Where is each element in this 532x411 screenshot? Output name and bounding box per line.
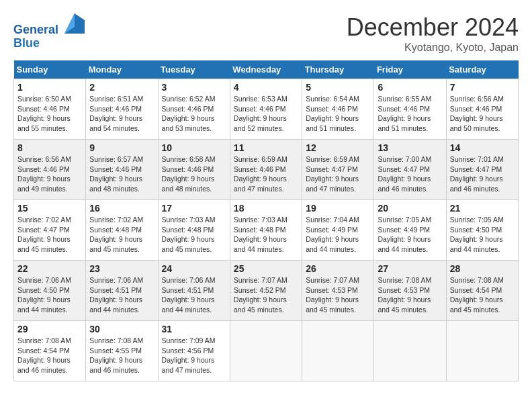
day-number: 2 [89,82,154,93]
day-info: Sunrise: 6:51 AM Sunset: 4:46 PM Dayligh… [89,94,154,134]
day-number: 24 [162,263,226,274]
day-info: Sunrise: 6:59 AM Sunset: 4:47 PM Dayligh… [306,154,370,194]
day-number: 13 [378,142,442,153]
day-number: 5 [306,82,370,93]
day-number: 4 [234,82,298,93]
day-number: 10 [162,142,226,153]
calendar-cell: 14Sunrise: 7:01 AM Sunset: 4:47 PM Dayli… [446,140,518,200]
logo-blue: Blue [13,36,40,50]
day-info: Sunrise: 6:56 AM Sunset: 4:46 PM Dayligh… [17,154,82,194]
day-info: Sunrise: 6:54 AM Sunset: 4:46 PM Dayligh… [306,94,370,134]
day-number: 27 [378,263,442,274]
day-info: Sunrise: 6:50 AM Sunset: 4:46 PM Dayligh… [17,94,82,134]
day-number: 19 [306,203,370,214]
calendar-cell: 2Sunrise: 6:51 AM Sunset: 4:46 PM Daylig… [86,79,158,140]
logo: General Blue [13,13,85,50]
calendar-body: 1Sunrise: 6:50 AM Sunset: 4:46 PM Daylig… [14,79,519,381]
day-info: Sunrise: 6:59 AM Sunset: 4:46 PM Dayligh… [234,154,298,194]
day-info: Sunrise: 7:01 AM Sunset: 4:47 PM Dayligh… [450,154,515,194]
calendar-cell: 29Sunrise: 7:08 AM Sunset: 4:54 PM Dayli… [14,321,86,381]
calendar-cell: 20Sunrise: 7:05 AM Sunset: 4:49 PM Dayli… [374,200,446,261]
day-info: Sunrise: 7:08 AM Sunset: 4:54 PM Dayligh… [450,275,515,315]
calendar-cell: 3Sunrise: 6:52 AM Sunset: 4:46 PM Daylig… [158,79,230,140]
day-number: 23 [89,263,154,274]
calendar-cell: 12Sunrise: 6:59 AM Sunset: 4:47 PM Dayli… [302,140,374,200]
weekday-header-sunday: Sunday [14,60,86,79]
day-info: Sunrise: 6:56 AM Sunset: 4:46 PM Dayligh… [450,94,515,134]
day-info: Sunrise: 7:08 AM Sunset: 4:55 PM Dayligh… [89,336,154,375]
day-info: Sunrise: 7:07 AM Sunset: 4:52 PM Dayligh… [234,275,298,315]
calendar-cell: 16Sunrise: 7:02 AM Sunset: 4:48 PM Dayli… [86,200,158,261]
day-info: Sunrise: 7:02 AM Sunset: 4:48 PM Dayligh… [89,215,154,255]
weekday-header-row: SundayMondayTuesdayWednesdayThursdayFrid… [14,60,519,79]
calendar-header: SundayMondayTuesdayWednesdayThursdayFrid… [14,60,519,79]
calendar-cell: 19Sunrise: 7:04 AM Sunset: 4:49 PM Dayli… [302,200,374,261]
calendar-cell [446,321,518,381]
day-number: 26 [306,263,370,274]
day-info: Sunrise: 7:00 AM Sunset: 4:47 PM Dayligh… [378,154,442,194]
day-info: Sunrise: 7:05 AM Sunset: 4:49 PM Dayligh… [378,215,442,255]
day-info: Sunrise: 7:04 AM Sunset: 4:49 PM Dayligh… [306,215,370,255]
day-number: 20 [378,203,442,214]
calendar-cell: 13Sunrise: 7:00 AM Sunset: 4:47 PM Dayli… [374,140,446,200]
calendar-cell: 24Sunrise: 7:06 AM Sunset: 4:51 PM Dayli… [158,261,230,321]
day-number: 7 [450,82,515,93]
day-number: 3 [162,82,226,93]
logo-icon [64,13,85,34]
calendar-cell: 23Sunrise: 7:06 AM Sunset: 4:51 PM Dayli… [86,261,158,321]
weekday-header-friday: Friday [374,60,446,79]
day-info: Sunrise: 7:02 AM Sunset: 4:47 PM Dayligh… [17,215,82,255]
day-info: Sunrise: 6:52 AM Sunset: 4:46 PM Dayligh… [162,94,226,134]
day-info: Sunrise: 7:06 AM Sunset: 4:50 PM Dayligh… [17,275,82,315]
day-info: Sunrise: 7:03 AM Sunset: 4:48 PM Dayligh… [162,215,226,255]
calendar-cell: 18Sunrise: 7:03 AM Sunset: 4:48 PM Dayli… [230,200,302,261]
day-number: 6 [378,82,442,93]
calendar-cell: 22Sunrise: 7:06 AM Sunset: 4:50 PM Dayli… [14,261,86,321]
weekday-header-thursday: Thursday [302,60,374,79]
calendar-cell: 8Sunrise: 6:56 AM Sunset: 4:46 PM Daylig… [14,140,86,200]
day-info: Sunrise: 6:53 AM Sunset: 4:46 PM Dayligh… [234,94,298,134]
calendar-cell: 26Sunrise: 7:07 AM Sunset: 4:53 PM Dayli… [302,261,374,321]
calendar-cell [302,321,374,381]
day-number: 11 [234,142,298,153]
day-info: Sunrise: 7:05 AM Sunset: 4:50 PM Dayligh… [450,215,515,255]
calendar-cell: 9Sunrise: 6:57 AM Sunset: 4:46 PM Daylig… [86,140,158,200]
calendar-cell: 27Sunrise: 7:08 AM Sunset: 4:53 PM Dayli… [374,261,446,321]
day-info: Sunrise: 7:06 AM Sunset: 4:51 PM Dayligh… [162,275,226,315]
day-number: 29 [17,324,82,334]
calendar-week-5: 29Sunrise: 7:08 AM Sunset: 4:54 PM Dayli… [14,321,519,381]
day-number: 17 [162,203,226,214]
day-number: 15 [17,203,82,214]
weekday-header-saturday: Saturday [446,60,518,79]
calendar-cell: 1Sunrise: 6:50 AM Sunset: 4:46 PM Daylig… [14,79,86,140]
month-title: December 2024 [347,13,519,42]
weekday-header-tuesday: Tuesday [158,60,230,79]
day-number: 30 [89,324,154,334]
day-info: Sunrise: 6:57 AM Sunset: 4:46 PM Dayligh… [89,154,154,194]
day-number: 21 [450,203,515,214]
calendar-table: SundayMondayTuesdayWednesdayThursdayFrid… [13,60,519,381]
location: Kyotango, Kyoto, Japan [347,42,519,54]
day-info: Sunrise: 7:09 AM Sunset: 4:56 PM Dayligh… [162,336,226,375]
calendar-cell: 11Sunrise: 6:59 AM Sunset: 4:46 PM Dayli… [230,140,302,200]
calendar-cell: 5Sunrise: 6:54 AM Sunset: 4:46 PM Daylig… [302,79,374,140]
calendar-week-2: 8Sunrise: 6:56 AM Sunset: 4:46 PM Daylig… [14,140,519,200]
calendar-cell: 31Sunrise: 7:09 AM Sunset: 4:56 PM Dayli… [158,321,230,381]
day-number: 18 [234,203,298,214]
calendar-cell: 21Sunrise: 7:05 AM Sunset: 4:50 PM Dayli… [446,200,518,261]
logo-general: General [13,23,58,36]
calendar-cell: 7Sunrise: 6:56 AM Sunset: 4:46 PM Daylig… [446,79,518,140]
weekday-header-wednesday: Wednesday [230,60,302,79]
day-info: Sunrise: 7:07 AM Sunset: 4:53 PM Dayligh… [306,275,370,315]
day-number: 25 [234,263,298,274]
day-number: 1 [17,82,82,93]
calendar-cell: 10Sunrise: 6:58 AM Sunset: 4:46 PM Dayli… [158,140,230,200]
day-info: Sunrise: 6:58 AM Sunset: 4:46 PM Dayligh… [162,154,226,194]
calendar-cell [374,321,446,381]
day-info: Sunrise: 7:06 AM Sunset: 4:51 PM Dayligh… [89,275,154,315]
calendar-cell: 17Sunrise: 7:03 AM Sunset: 4:48 PM Dayli… [158,200,230,261]
weekday-header-monday: Monday [86,60,158,79]
calendar-cell: 15Sunrise: 7:02 AM Sunset: 4:47 PM Dayli… [14,200,86,261]
day-number: 8 [17,142,82,153]
calendar-week-3: 15Sunrise: 7:02 AM Sunset: 4:47 PM Dayli… [14,200,519,261]
